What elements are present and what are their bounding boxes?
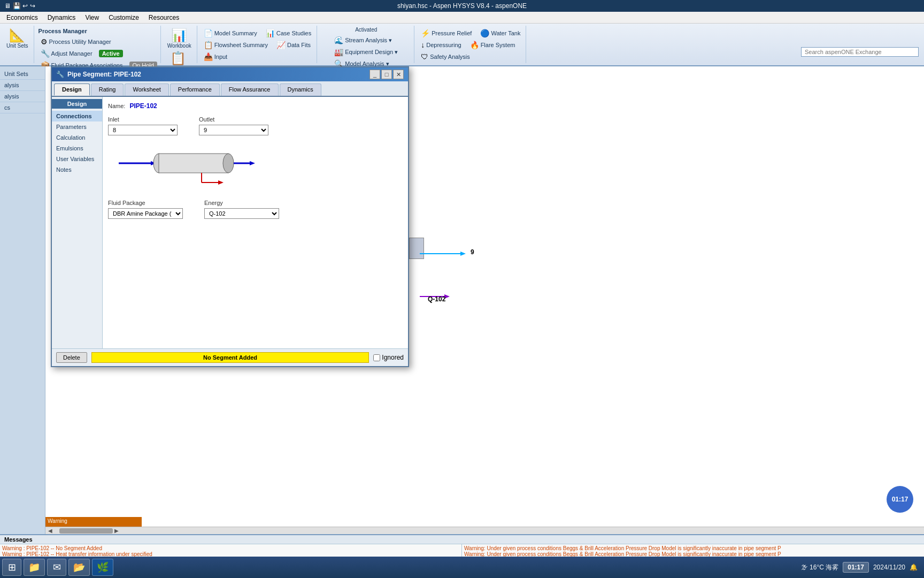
unit-sets-btn[interactable]: 📐 Unit Sets [4,28,30,50]
dialog-titlebar: 🔧 Pipe Segment: PIPE-102 _ □ ✕ [52,67,408,81]
adjust-icon: 🔧 [41,49,50,58]
equipment-design-btn[interactable]: 🏭 Equipment Design ▾ [332,47,400,57]
outlet-label: Outlet [199,116,268,123]
input-btn[interactable]: 📥 Input [202,51,229,62]
menu-resources[interactable]: Resources [144,13,183,22]
ribbon-group-safety: ⚡ Pressure Relief 🔵 Water Tank ↓ Depress… [415,26,526,63]
ribbon-group-workbook: 📊 Workbook 📋 Reports [162,26,197,63]
tab-flow-assurance[interactable]: Flow Assurance [221,83,279,96]
dialog-content: Name: PIPE-102 Inlet 8 Outlet [103,97,408,348]
messages-title: Messages [0,535,924,544]
main-area: Unit Sets alysis alysis cs 🔧 Pipe Segmen… [0,66,924,534]
status-no-segment: No Segment Added [91,352,369,363]
ignored-checkbox[interactable] [373,354,380,361]
search-input[interactable] [801,47,919,57]
node-9-label: 9 [471,248,474,256]
stream-analysis-btn[interactable]: 🌊 Stream Analysis ▾ [332,35,394,45]
flare-system-btn[interactable]: 🔥 Flare System [468,40,518,50]
svg-point-4 [223,154,234,173]
sidebar-calculation[interactable]: Calculation [52,132,102,143]
canvas-scrollbar: ◀ ▶ [45,527,924,534]
warning-strip: Warning [45,517,142,527]
scroll-thumb[interactable] [59,528,113,534]
scroll-left-arrow[interactable]: ◀ [47,528,54,534]
workbook-btn[interactable]: 📊 Workbook [165,28,194,50]
depressuring-btn[interactable]: ↓ Depressuring [419,40,463,50]
quick-access: 💾 ↩ ↪ [13,2,35,10]
equipment-design-icon: 🏭 [334,48,343,56]
safety-analysis-btn[interactable]: 🛡 Safety Analysis [419,51,472,62]
process-utility-btn[interactable]: ⚙ Process Utility Manager [38,36,113,47]
window-title: shiyan.hsc - Aspen HYSYS V8.4 - aspenONE [397,2,527,10]
delete-button[interactable]: Delete [56,352,87,363]
msg-right-0: Warning: Under given process conditions … [464,545,922,551]
time-clock-badge: 01:17 [887,486,913,513]
tab-design[interactable]: Design [54,83,90,96]
tab-dynamics[interactable]: Dynamics [280,83,321,96]
sidebar-user-variables[interactable]: User Variables [52,154,102,164]
safety-analysis-icon: 🛡 [421,52,428,61]
taskbar-explorer-btn[interactable]: 📁 [24,559,45,576]
dialog-title-text: Pipe Segment: PIPE-102 [67,71,141,78]
tab-rating[interactable]: Rating [91,83,124,96]
sidebar-item-cs[interactable]: cs [0,102,45,113]
tab-performance[interactable]: Performance [170,83,220,96]
sidebar-item-analysis2[interactable]: alysis [0,91,45,102]
activated-label: Activated [355,26,377,33]
sidebar-emulsions[interactable]: Emulsions [52,143,102,154]
sidebar-notes[interactable]: Notes [52,164,102,175]
model-summary-btn[interactable]: 📄 Model Summary [202,28,259,39]
sidebar-connections[interactable]: Connections [52,111,102,121]
sidebar-parameters[interactable]: Parameters [52,121,102,132]
taskbar-mail-btn[interactable]: ✉ [47,559,66,576]
outlet-group: Outlet 9 [199,116,268,135]
taskbar: ⊞ 📁 ✉ 📂 🌿 🌫 16°C 海雾 01:17 2024/11/20 🔔 [0,557,924,578]
inlet-group: Inlet 8 [108,116,178,135]
notifications-icon[interactable]: 🔔 [910,564,918,571]
time-display: 01:17 [843,562,869,573]
flowsheet-summary-btn[interactable]: 📋 Flowsheet Summary [202,40,270,50]
fluid-package-select[interactable]: DBR Amine Package (v20 [108,208,183,219]
ignored-label: Ignored [382,354,404,361]
outlet-select[interactable]: 9 [199,125,268,135]
menu-customize[interactable]: Customize [104,13,143,22]
inlet-select[interactable]: 8 [108,125,178,135]
dialog-maximize-btn[interactable]: □ [381,70,392,79]
menu-view[interactable]: View [81,13,103,22]
process-utility-icon: ⚙ [41,37,48,46]
dialog-title: 🔧 Pipe Segment: PIPE-102 [56,71,141,78]
tab-worksheet[interactable]: Worksheet [125,83,168,96]
dialog-minimize-btn[interactable]: _ [369,70,380,79]
active-status-badge[interactable]: Active [99,50,123,57]
adjust-manager-btn[interactable]: 🔧 Adjust Manager [38,48,95,59]
water-tank-btn[interactable]: 🔵 Water Tank [478,28,522,39]
pressure-relief-btn[interactable]: ⚡ Pressure Relief [419,28,474,39]
menu-economics[interactable]: Economics [2,13,42,22]
msg-left-0: Warning : PIPE-102 -- No Segment Added [2,545,459,551]
depressuring-icon: ↓ [421,41,425,49]
inlet-label: Inlet [108,116,178,123]
app-icon: 🖥 [4,2,11,10]
ribbon: 📐 Unit Sets Process Manager ⚙ Process Ut… [0,24,924,66]
sidebar-item-unit-sets[interactable]: Unit Sets [0,69,45,80]
menu-dynamics[interactable]: Dynamics [43,13,80,22]
taskbar-folder-btn[interactable]: 📂 [68,559,90,576]
energy-select[interactable]: Q-102 [204,208,279,219]
case-studies-btn[interactable]: 📊 Case Studies [264,28,313,39]
dialog-title-icon: 🔧 [56,71,64,78]
ignored-check: Ignored [373,354,404,361]
taskbar-hysys-btn[interactable]: 🌿 [92,559,113,576]
ribbon-group-unit-sets: 📐 Unit Sets [1,26,34,63]
start-button[interactable]: ⊞ [2,559,21,576]
taskbar-right: 🌫 16°C 海雾 01:17 2024/11/20 🔔 [801,562,922,573]
fluid-energy-row: Fluid Package DBR Amine Package (v20 Ene… [108,200,403,219]
data-fits-btn[interactable]: 📈 Data Fits [274,40,313,50]
dialog-footer: Delete No Segment Added Ignored [52,348,408,366]
reports-icon: 📋 [170,52,186,65]
menu-bar: Economics Dynamics View Customize Resour… [0,12,924,24]
stream-analysis-icon: 🌊 [334,36,343,44]
dialog-close-btn[interactable]: ✕ [393,70,404,79]
sidebar-item-analysis1[interactable]: alysis [0,80,45,91]
unit-sets-icon: 📐 [9,29,25,42]
scroll-right-arrow[interactable]: ▶ [113,528,120,534]
